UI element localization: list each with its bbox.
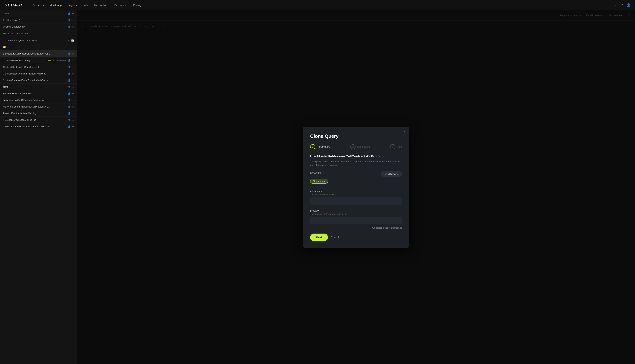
star-icon[interactable]: ★ — [72, 125, 74, 128]
star-icon[interactable]: ★ — [72, 106, 74, 108]
org-header: My Organizations' Queries — [0, 30, 77, 37]
param-protocol: protocol The protocol that you want to m… — [310, 209, 402, 224]
star-icon[interactable]: ★ — [72, 99, 74, 102]
person-icon: 👤 — [68, 66, 71, 68]
sidebar-item-railgun[interactable]: ContractReceivedFromRailgunRecipient 👤 ★ — [0, 70, 77, 77]
person-icon: 👤 — [68, 12, 71, 15]
logo[interactable]: DEDAUB — [5, 3, 24, 8]
layout: ref test 👤 ★ TxFilters (clone) 👤 ★ Untit… — [0, 10, 635, 364]
org-path: ⌄ Dedaub / QuickstartQueries ⎘ 📅 — [0, 37, 77, 44]
modal-close-button[interactable]: × — [403, 130, 406, 134]
step-1-circle: 1 — [310, 144, 315, 149]
nav-monitoring[interactable]: Monitoring — [50, 3, 62, 7]
param-addresses-name: addresses — [310, 190, 402, 193]
star-icon[interactable]: ★ — [72, 119, 74, 121]
nav-links: Contracts Monitoring Projects Lists Tran… — [33, 3, 615, 7]
star-icon[interactable]: ★ — [72, 79, 74, 82]
star-icon[interactable]: ★ — [72, 52, 74, 55]
sidebar-item-largeamount[interactable]: LargeAmountOutOfProtocolOrAddresses 👤 ★ — [0, 97, 77, 104]
folder-icon: 📁 — [3, 46, 6, 48]
step-2-circle: 2 — [350, 144, 355, 149]
star-icon[interactable]: ★ — [72, 26, 74, 28]
nav-projects[interactable]: Projects — [67, 3, 77, 7]
sidebar-item-nativebalance[interactable]: ProtocolOrAddressesNativeBalanceLessTh..… — [0, 123, 77, 130]
modal-overlay: × Clone Query 1 Parameters 2 Destination — [77, 10, 635, 364]
collapse-icon[interactable]: ⌄ — [3, 39, 5, 42]
sidebar-item-emittedevent[interactable]: ContractHasEmittedSpecificEvent 👤 ★ — [0, 64, 77, 70]
sidebar-item-nonwhitelisted[interactable]: NonWhiteListedAddressesCallProtocolOrC..… — [0, 104, 77, 110]
step-alert: 3 Alert — [390, 144, 402, 149]
person-icon: 👤 — [68, 106, 71, 108]
param-addresses: addresses The blacklisted addresses. — [310, 190, 402, 205]
or-select-addresses[interactable]: Or select a set of addresses — [310, 226, 402, 229]
sidebar-item-ref-test[interactable]: ref test 👤 ★ — [0, 10, 77, 17]
param-protocol-desc: The protocol that you want to monitor — [310, 213, 402, 216]
star-icon[interactable]: ★ — [72, 19, 74, 22]
nav-pricing[interactable]: Pricing — [133, 3, 141, 7]
org-name: Dedaub — [7, 39, 15, 42]
step-1-label: Parameters — [317, 145, 330, 148]
copy-icon[interactable]: ⎘ — [68, 39, 69, 42]
clone-query-modal: × Clone Query 1 Parameters 2 Destination — [303, 127, 409, 248]
person-icon: 👤 — [68, 79, 71, 82]
sidebar-item-txfilters[interactable]: TxFilters (clone) 👤 ★ — [0, 17, 77, 24]
networks-label: Networks — [310, 172, 321, 174]
user-icon[interactable]: 👤 — [626, 3, 630, 7]
sidebar-item-draft[interactable]: draft 👤 ★ — [0, 84, 77, 90]
parent-folder: .. — [7, 46, 9, 48]
sidebar-item-failedtxs[interactable]: ProtocolOrAddressesFailedTxs 👤 ★ — [0, 117, 77, 123]
step-parameters: 1 Parameters — [310, 144, 330, 149]
person-icon: 👤 — [68, 86, 71, 88]
search-icon[interactable]: ⌕ — [615, 3, 617, 7]
sidebar-item-untitled[interactable]: Untitled Queryfqeewf 👤 ★ — [0, 24, 77, 30]
step-3-label: Alert — [397, 145, 402, 148]
sidebar: ref test 👤 ★ TxFilters (clone) 👤 ★ Untit… — [0, 10, 77, 364]
path-separator: / — [16, 39, 17, 42]
nav-lists[interactable]: Lists — [83, 3, 88, 7]
network-tag-remove-button[interactable]: × — [324, 180, 325, 183]
folder-row: 📁 .. — [0, 44, 77, 50]
star-icon[interactable]: ★ — [72, 92, 74, 95]
cancel-button[interactable]: Cancel — [331, 236, 339, 239]
star-icon[interactable]: ★ — [72, 59, 74, 62]
person-icon: 👤 — [68, 19, 71, 22]
unsaved-badge: (unsaved) — [57, 59, 66, 62]
sidebar-item-emittedlog[interactable]: ContractHasEmittedALog PUBLIC (unsaved) … — [0, 57, 77, 64]
star-icon[interactable]: ★ — [72, 112, 74, 115]
person-icon: 👤 — [68, 92, 71, 95]
add-network-button[interactable]: + Add Network — [380, 171, 402, 177]
query-desc: This query gathers the transactions that… — [310, 160, 402, 167]
nav-decompiler[interactable]: Decompiler — [114, 3, 127, 7]
star-icon[interactable]: ★ — [72, 12, 74, 15]
network-tags-input: Ethereum × — [310, 179, 402, 185]
sidebar-item-tornado[interactable]: ContractReceivedFromTornadoCashRecipi...… — [0, 77, 77, 84]
sidebar-item-functionchanged[interactable]: FunctionHasChangedValue 👤 ★ — [0, 90, 77, 97]
star-icon[interactable]: ★ — [72, 72, 74, 75]
person-icon: 👤 — [68, 26, 71, 28]
modal-actions: Next Cancel — [310, 234, 402, 241]
calendar-icon[interactable]: 📅 — [71, 39, 74, 42]
param-protocol-input[interactable] — [310, 217, 402, 224]
next-button[interactable]: Next — [310, 234, 328, 241]
param-addresses-input[interactable] — [310, 198, 402, 205]
star-icon[interactable]: ★ — [72, 66, 74, 68]
step-line-1 — [333, 146, 347, 147]
person-icon: 👤 — [68, 59, 71, 62]
nav-transactions[interactable]: Transactions — [94, 3, 109, 7]
help-icon[interactable]: ? — [621, 3, 623, 7]
nav-contracts[interactable]: Contracts — [33, 3, 44, 7]
modal-title: Clone Query — [310, 134, 402, 139]
public-badge: PUBLIC — [47, 59, 56, 62]
sidebar-item-blacklisted[interactable]: BlackListedAddressesCallContractsOrProt.… — [0, 50, 77, 57]
networks-row: Networks + Add Network — [310, 171, 402, 177]
person-icon: 👤 — [68, 99, 71, 102]
network-tag-label: Ethereum — [313, 180, 323, 182]
step-2-label: Destination — [357, 145, 370, 148]
sidebar-item-protocolwarning[interactable]: ProtocolContractsHaveWarning 👤 ★ — [0, 110, 77, 117]
query-name: BlackListedAddressesCallContractsOrProto… — [310, 154, 402, 158]
person-icon: 👤 — [68, 112, 71, 115]
folder-name: QuickstartQueries — [18, 39, 38, 42]
nav-actions: ⌕ ? 👤 — [615, 3, 630, 7]
navbar: DEDAUB Contracts Monitoring Projects Lis… — [0, 0, 635, 10]
star-icon[interactable]: ★ — [72, 86, 74, 88]
